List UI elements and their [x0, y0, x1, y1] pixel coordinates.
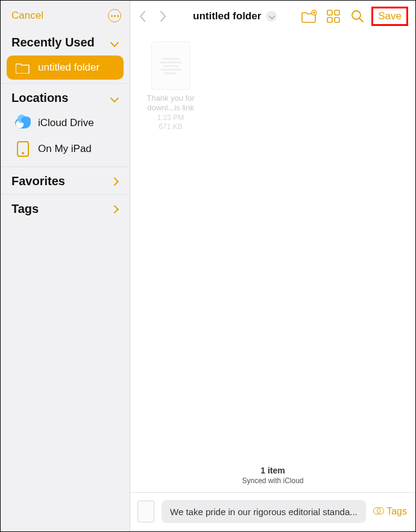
svg-rect-4 [335, 17, 339, 22]
chevron-right-icon [110, 204, 119, 213]
section-recently-used[interactable]: Recently Used [1, 28, 130, 55]
svg-rect-1 [327, 10, 332, 15]
sidebar-top-row: Cancel [1, 5, 130, 28]
section-label: Recently Used [11, 36, 95, 49]
ipad-icon [15, 141, 31, 157]
sync-status-label: Synced with iCloud [130, 477, 415, 485]
file-grid[interactable]: Thank you for downl...is link 1:23 PM 67… [130, 31, 415, 461]
file-item[interactable]: Thank you for downl...is link 1:23 PM 67… [143, 42, 198, 131]
save-button[interactable]: Save [374, 9, 405, 24]
toolbar: untitled folder Save [130, 1, 415, 31]
sidebar-item-on-my-ipad[interactable]: On My iPad [7, 135, 124, 163]
svg-rect-2 [335, 10, 339, 15]
folder-title-label: untitled folder [193, 10, 261, 22]
footer-info: 1 item Synced with iCloud [130, 461, 415, 493]
tags-button[interactable]: Tags [373, 506, 407, 517]
file-size-label: 671 KB [143, 122, 198, 131]
main-panel: untitled folder Save [130, 1, 415, 531]
nav-back-button[interactable] [134, 8, 151, 25]
filename-bar: Tags [130, 493, 415, 531]
chevron-right-icon [110, 177, 119, 185]
chevron-down-icon [266, 11, 277, 22]
new-folder-button[interactable] [299, 7, 320, 25]
more-options-icon[interactable] [108, 9, 121, 22]
save-button-highlight: Save [371, 7, 408, 26]
section-locations[interactable]: Locations [1, 83, 130, 111]
cancel-button[interactable]: Cancel [11, 10, 43, 22]
item-count-label: 1 item [130, 466, 415, 475]
sidebar-item-label: untitled folder [38, 62, 99, 74]
document-icon [137, 501, 154, 522]
folder-icon [15, 62, 31, 74]
folder-title[interactable]: untitled folder [193, 10, 277, 22]
file-name-label: Thank you for downl...is link [143, 93, 198, 113]
search-button[interactable] [347, 7, 368, 25]
svg-rect-3 [327, 17, 332, 22]
section-tags[interactable]: Tags [1, 195, 130, 222]
sidebar: Cancel Recently Used untitled folder Loc… [1, 1, 130, 531]
cloud-icon [15, 118, 31, 128]
section-label: Favorites [11, 174, 65, 188]
view-mode-button[interactable] [323, 7, 344, 25]
filename-input[interactable] [162, 500, 366, 523]
section-favorites[interactable]: Favorites [1, 166, 130, 195]
section-label: Tags [11, 202, 39, 216]
sidebar-item-label: iCloud Drive [38, 117, 94, 129]
tags-label: Tags [386, 506, 407, 517]
sidebar-item-icloud-drive[interactable]: iCloud Drive [7, 111, 124, 135]
file-time-label: 1:23 PM [143, 113, 198, 122]
section-label: Locations [11, 91, 68, 105]
chevron-down-icon [110, 38, 119, 46]
nav-forward-button[interactable] [154, 8, 171, 25]
chevron-down-icon [110, 93, 119, 102]
sidebar-item-label: On My iPad [38, 143, 92, 155]
file-thumbnail [151, 42, 190, 90]
tags-icon [373, 507, 384, 516]
sidebar-item-untitled-folder[interactable]: untitled folder [7, 55, 124, 80]
